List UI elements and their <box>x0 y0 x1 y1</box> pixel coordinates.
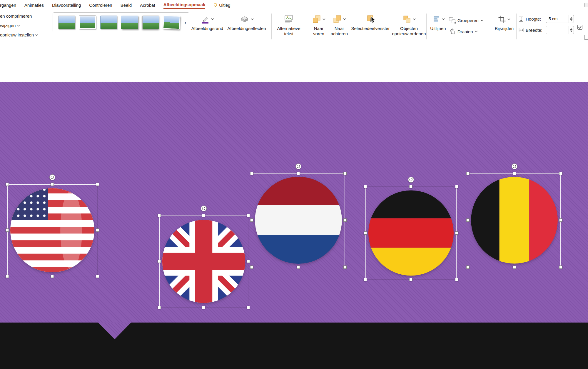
resize-handle-ne[interactable] <box>343 172 347 175</box>
selected-picture-uk[interactable] <box>159 216 248 307</box>
picture-border-label: Afbeeldingsrand <box>191 26 223 31</box>
resize-handle-nw[interactable] <box>364 185 367 188</box>
rotation-handle[interactable] <box>512 163 517 169</box>
picture-style-thumbnail[interactable] <box>163 15 180 30</box>
resize-handle-n[interactable] <box>297 172 300 175</box>
resize-handle-ne[interactable] <box>455 185 458 188</box>
selected-picture-netherlands[interactable] <box>252 173 345 267</box>
picture-effects-button[interactable]: Afbeeldingseffecten <box>226 13 268 31</box>
crop-icon <box>498 15 506 23</box>
tab-diavoorstelling[interactable]: Diavoorstelling <box>48 0 85 11</box>
resize-handle-sw[interactable] <box>364 278 367 281</box>
resize-handle-sw[interactable] <box>158 306 161 309</box>
tab-controleren[interactable]: Controleren <box>85 0 116 11</box>
rotate-arrow-icon <box>297 165 300 168</box>
picture-style-thumbnail[interactable] <box>142 16 159 29</box>
picture-style-thumbnail[interactable] <box>58 16 75 29</box>
rotation-handle[interactable] <box>408 177 414 183</box>
resize-handle-e[interactable] <box>247 260 250 263</box>
resize-handle-e[interactable] <box>559 218 562 222</box>
align-button[interactable]: Uitlijnen <box>426 13 450 31</box>
resize-handle-se[interactable] <box>343 266 347 269</box>
germany-flag-image[interactable] <box>367 188 455 278</box>
usa-flag-image[interactable] <box>9 186 96 275</box>
selected-picture-usa[interactable] <box>7 184 97 276</box>
reset-picture-button[interactable]: opnieuw instellen <box>0 32 38 37</box>
picture-style-thumbnail[interactable] <box>121 16 138 29</box>
resize-handle-s[interactable] <box>202 306 205 309</box>
lock-aspect-ratio-checkbox[interactable] <box>577 25 582 30</box>
resize-handle-s[interactable] <box>513 266 516 269</box>
resize-handle-sw[interactable] <box>6 275 9 278</box>
tab-acrobat[interactable]: Acrobat <box>136 0 159 11</box>
tab-animaties[interactable]: Animaties <box>20 0 48 11</box>
resize-handle-s[interactable] <box>409 278 412 281</box>
resize-handle-s[interactable] <box>51 275 54 278</box>
resize-handle-nw[interactable] <box>250 172 253 175</box>
reorder-objects-button[interactable]: Objecten opnieuw ordenen <box>388 13 430 36</box>
resize-handle-n[interactable] <box>513 172 516 175</box>
rotation-handle[interactable] <box>201 206 207 211</box>
tab-overgangen[interactable]: rgangen <box>0 0 20 11</box>
ribbon-collapse-icon[interactable] <box>584 3 588 7</box>
resize-handle-se[interactable] <box>455 278 458 281</box>
resize-handle-n[interactable] <box>202 214 205 217</box>
resize-handle-w[interactable] <box>250 218 253 222</box>
compress-pictures-button[interactable]: en comprimeren <box>0 14 32 19</box>
selection-pane-button[interactable]: Selectiedeelvenster <box>347 13 394 31</box>
width-stepper[interactable] <box>569 26 574 34</box>
resize-handle-w[interactable] <box>158 260 161 263</box>
lightbulb-icon <box>213 3 217 8</box>
tab-beeld[interactable]: Beeld <box>116 0 136 11</box>
resize-handle-e[interactable] <box>343 218 347 222</box>
belgium-flag-image[interactable] <box>470 175 559 266</box>
bring-forward-label-line2: voren <box>313 31 324 36</box>
rotation-handle[interactable] <box>295 163 301 169</box>
resize-handle-s[interactable] <box>297 266 300 269</box>
resize-handle-w[interactable] <box>466 218 470 222</box>
resize-handle-sw[interactable] <box>466 266 470 269</box>
resize-handle-n[interactable] <box>51 183 54 186</box>
resize-handle-ne[interactable] <box>247 214 250 217</box>
resize-handle-e[interactable] <box>96 228 99 232</box>
picture-style-thumbnail[interactable] <box>79 16 96 29</box>
resize-handle-w[interactable] <box>6 228 9 232</box>
selected-picture-belgium[interactable] <box>468 173 561 267</box>
chevron-down-icon <box>343 18 346 20</box>
height-stepper[interactable] <box>569 15 574 23</box>
resize-handle-ne[interactable] <box>96 183 99 186</box>
picture-style-thumbnail[interactable] <box>100 16 117 29</box>
resize-handle-nw[interactable] <box>158 214 161 217</box>
resize-handle-se[interactable] <box>96 275 99 278</box>
resize-handle-se[interactable] <box>559 266 562 269</box>
crop-button[interactable]: Bijsnijden <box>493 13 516 31</box>
netherlands-flag-image[interactable] <box>253 175 343 266</box>
bring-forward-button[interactable]: Naar voren <box>308 13 330 36</box>
picture-border-button[interactable]: Afbeeldingsrand <box>188 13 226 31</box>
rotate-arrow-icon <box>51 176 54 179</box>
rotate-arrow-icon <box>409 178 413 181</box>
resize-handle-n[interactable] <box>409 185 412 188</box>
group-label: Groeperen <box>457 18 479 23</box>
rotate-button[interactable]: Draaien <box>449 28 478 35</box>
alt-text-button[interactable]: Alternatieve tekst <box>272 13 305 36</box>
chevron-down-icon <box>17 25 20 26</box>
reset-size-corner-icon[interactable] <box>584 35 588 40</box>
resize-handle-nw[interactable] <box>6 183 9 186</box>
bottom-letterbox <box>0 323 588 369</box>
group-button[interactable]: Groeperen <box>449 17 483 24</box>
resize-handle-ne[interactable] <box>559 172 562 175</box>
rotation-handle[interactable] <box>49 174 55 180</box>
resize-handle-w[interactable] <box>364 231 367 235</box>
tab-uitleg[interactable]: Uitleg <box>209 0 234 11</box>
uk-flag-image[interactable] <box>161 217 247 306</box>
gallery-more-arrow[interactable]: › <box>183 19 188 26</box>
selected-picture-germany[interactable] <box>365 187 457 279</box>
resize-handle-e[interactable] <box>455 231 458 235</box>
tab-afbeeldingsopmaak[interactable]: Afbeeldingsopmaak <box>159 0 210 11</box>
resize-handle-sw[interactable] <box>250 266 253 269</box>
resize-handle-se[interactable] <box>247 306 250 309</box>
resize-handle-nw[interactable] <box>466 172 470 175</box>
height-label: Hoogte: <box>526 16 541 21</box>
change-picture-button[interactable]: wijzigen <box>0 23 20 28</box>
